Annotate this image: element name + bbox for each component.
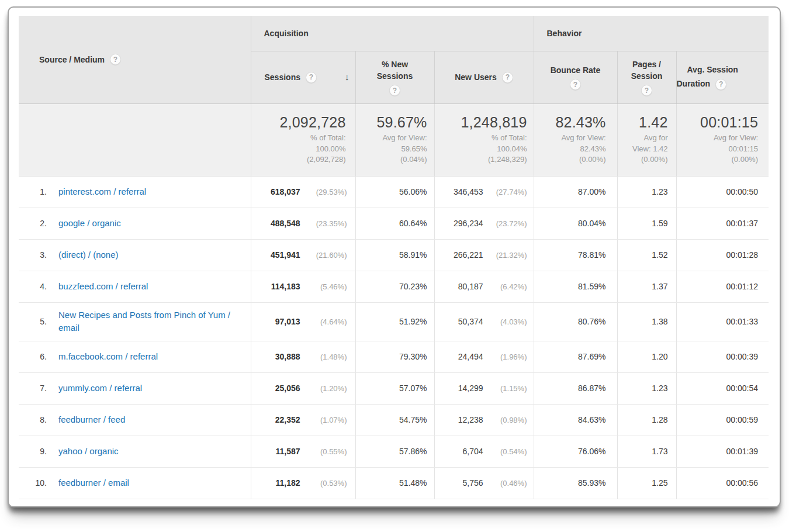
pages-session-cell: 1.25	[617, 467, 676, 499]
bounce-rate-cell: 80.76%	[534, 302, 617, 341]
row-rank: 4.	[19, 282, 47, 291]
totals-bounce-rate-cell: 82.43% Avg for View: 82.43% (0.00%)	[534, 103, 617, 176]
pct-new-sessions-cell: 51.92%	[355, 302, 434, 341]
bounce-rate-cell: 78.81%	[534, 239, 617, 271]
table-row: 8.feedburner / feed22,352(1.07%)54.75%12…	[19, 404, 769, 436]
source-medium-link[interactable]: feedburner / email	[58, 471, 129, 496]
table-row: 2.google / organic488,548(23.35%)60.64%2…	[19, 208, 769, 239]
new-users-label: New Users	[455, 72, 497, 82]
source-medium-link[interactable]: yummly.com / referral	[58, 376, 142, 401]
source-medium-link[interactable]: pinterest.com / referral	[58, 179, 146, 205]
sessions-cell: 22,352(1.07%)	[251, 404, 355, 436]
new-users-cell: 6,704(0.54%)	[434, 436, 534, 467]
help-icon[interactable]: ?	[715, 79, 726, 90]
source-medium-link[interactable]: (direct) / (none)	[58, 243, 119, 268]
totals-pages-session-cell: 1.42 Avg for View: 1.42 (0.00%)	[617, 103, 676, 176]
table-row: 6.m.facebook.com / referral30,888(1.48%)…	[19, 341, 769, 372]
pages-session-cell: 1.23	[617, 372, 676, 404]
source-cell: 2.google / organic	[19, 208, 251, 239]
source-medium-link[interactable]: New Recipes and Posts from Pinch of Yum …	[58, 303, 244, 341]
pages-session-cell: 1.37	[617, 271, 676, 302]
table-row: 10.feedburner / email11,182(0.53%)51.48%…	[19, 467, 769, 499]
pages-session-cell: 1.59	[617, 208, 676, 239]
avg-session-duration-cell: 00:00:59	[676, 404, 769, 436]
sort-descending-icon[interactable]: ↓	[345, 72, 349, 82]
help-icon[interactable]: ?	[389, 85, 400, 96]
pct-new-sessions-cell: 54.75%	[355, 404, 434, 436]
pct-new-sessions-cell: 56.06%	[355, 176, 434, 208]
help-icon[interactable]: ?	[641, 85, 652, 96]
avg-session-duration-cell: 00:00:39	[676, 341, 769, 372]
source-cell: 6.m.facebook.com / referral	[19, 341, 251, 372]
source-cell: 3.(direct) / (none)	[19, 239, 251, 271]
pages-session-cell: 1.20	[617, 341, 676, 372]
pct-new-sessions-cell: 57.07%	[355, 372, 434, 404]
bounce-rate-total: 82.43%	[534, 114, 606, 131]
pages-session-cell: 1.73	[617, 436, 676, 467]
table-row: 1.pinterest.com / referral618,037(29.53%…	[19, 176, 769, 208]
source-medium-link[interactable]: buzzfeed.com / referral	[58, 274, 148, 299]
new-users-cell: 24,494(1.96%)	[434, 341, 534, 372]
sessions-cell: 618,037(29.53%)	[251, 176, 355, 208]
column-header-sessions[interactable]: Sessions ? ↓	[251, 51, 355, 103]
avg-session-duration-cell: 00:00:50	[676, 176, 769, 208]
source-medium-link[interactable]: m.facebook.com / referral	[58, 344, 158, 369]
bounce-rate-cell: 81.59%	[534, 271, 617, 302]
row-rank: 1.	[19, 187, 47, 196]
help-icon[interactable]: ?	[570, 79, 581, 90]
bounce-rate-cell: 87.00%	[534, 176, 617, 208]
new-users-cell: 50,374(4.03%)	[434, 302, 534, 341]
column-header-pct-new-sessions[interactable]: % New Sessions ?	[355, 51, 434, 103]
bounce-rate-cell: 85.93%	[534, 467, 617, 499]
avg-session-duration-cell: 00:00:54	[676, 372, 769, 404]
pct-new-sessions-total: 59.67%	[356, 114, 427, 131]
column-header-avg-session-duration[interactable]: Avg. Session Duration?	[676, 51, 769, 103]
table-row: 9.yahoo / organic11,587(0.55%)57.86%6,70…	[19, 436, 769, 467]
totals-sessions-cell: 2,092,728 % of Total: 100.00% (2,092,728…	[251, 103, 355, 176]
source-medium-link[interactable]: feedburner / feed	[58, 407, 125, 433]
sessions-cell: 11,182(0.53%)	[251, 467, 355, 499]
pct-new-sessions-cell: 79.30%	[355, 341, 434, 372]
sessions-total: 2,092,728	[251, 114, 346, 131]
pages-session-label: Pages / Session	[625, 58, 669, 82]
column-header-new-users[interactable]: New Users ?	[434, 51, 534, 103]
pct-new-sessions-cell: 58.91%	[355, 239, 434, 271]
bounce-rate-total-note: Avg for View: 82.43% (0.00%)	[534, 133, 606, 166]
avg-session-duration-cell: 00:00:56	[676, 467, 769, 499]
column-header-pages-session[interactable]: Pages / Session ?	[617, 51, 676, 103]
source-cell: 4.buzzfeed.com / referral	[19, 271, 251, 302]
group-header-row: Source / Medium ? Acquisition Behavior	[19, 16, 769, 51]
help-icon[interactable]: ?	[306, 72, 317, 83]
pages-session-total: 1.42	[618, 114, 668, 131]
new-users-cell: 5,756(0.46%)	[434, 467, 534, 499]
row-rank: 9.	[19, 447, 47, 456]
column-header-bounce-rate[interactable]: Bounce Rate ?	[534, 51, 617, 103]
new-users-cell: 14,299(1.15%)	[434, 372, 534, 404]
pct-new-sessions-cell: 70.23%	[355, 271, 434, 302]
bounce-rate-cell: 87.69%	[534, 341, 617, 372]
sessions-cell: 30,888(1.48%)	[251, 341, 355, 372]
acquisition-label: Acquisition	[264, 29, 309, 38]
table-row: 5.New Recipes and Posts from Pinch of Yu…	[19, 302, 769, 341]
bounce-rate-cell: 80.04%	[534, 208, 617, 239]
totals-new-users-cell: 1,248,819 % of Total: 100.04% (1,248,329…	[434, 103, 534, 176]
pct-new-sessions-total-note: Avg for View: 59.65% (0.04%)	[356, 133, 427, 166]
help-icon[interactable]: ?	[110, 54, 121, 65]
pct-new-sessions-cell: 60.64%	[355, 208, 434, 239]
source-cell: 9.yahoo / organic	[19, 436, 251, 467]
sessions-cell: 488,548(23.35%)	[251, 208, 355, 239]
pct-new-sessions-label: % New Sessions	[370, 58, 420, 82]
row-rank: 2.	[19, 219, 47, 228]
screenshot-frame: Source / Medium ? Acquisition Behavior S…	[8, 6, 781, 507]
totals-source-cell	[19, 103, 251, 176]
column-header-source-medium[interactable]: Source / Medium ?	[19, 16, 251, 103]
pct-new-sessions-cell: 57.86%	[355, 436, 434, 467]
source-medium-link[interactable]: yahoo / organic	[58, 439, 119, 464]
help-icon[interactable]: ?	[502, 72, 513, 83]
source-medium-table: Source / Medium ? Acquisition Behavior S…	[19, 16, 769, 499]
source-medium-link[interactable]: google / organic	[58, 211, 121, 236]
totals-avg-session-duration-cell: 00:01:15 Avg for View: 00:01:15 (0.00%)	[676, 103, 769, 176]
pages-session-cell: 1.28	[617, 404, 676, 436]
table-row: 7.yummly.com / referral25,056(1.20%)57.0…	[19, 372, 769, 404]
row-rank: 6.	[19, 352, 47, 361]
